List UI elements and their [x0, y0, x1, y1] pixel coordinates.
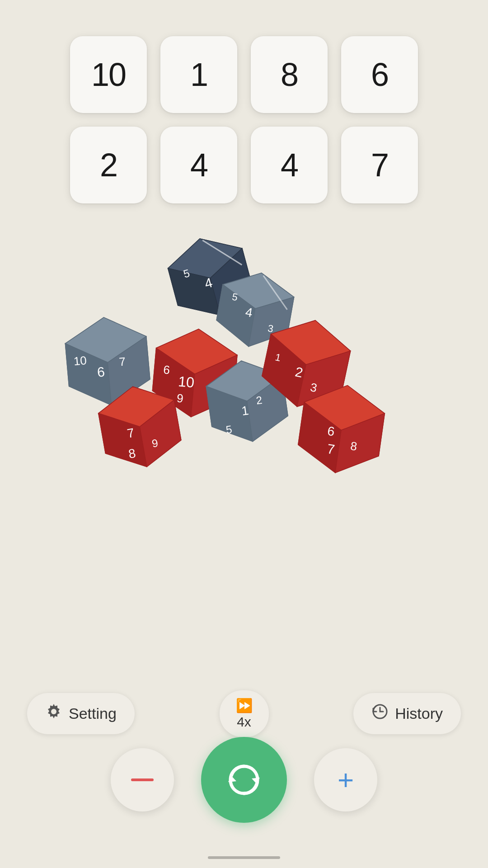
results-grid: 10 1 8 6 2 4 4 7	[27, 36, 461, 203]
minus-icon	[131, 778, 154, 781]
fast-forward-icon: ⏩	[236, 698, 253, 713]
svg-text:10: 10	[178, 373, 195, 391]
history-icon	[371, 703, 389, 724]
setting-label: Setting	[69, 705, 117, 722]
setting-button[interactable]: Setting	[27, 693, 135, 734]
reload-icon	[224, 760, 264, 800]
svg-text:6: 6	[163, 363, 170, 377]
result-tile-r1c1: 10	[70, 36, 147, 113]
svg-text:7: 7	[118, 354, 126, 368]
roll-button[interactable]	[201, 737, 287, 823]
dice-visualization: 4 5 3 4 5 3 6 7 10	[36, 235, 452, 488]
results-row-1: 10 1 8 6	[27, 36, 461, 113]
result-tile-r1c2: 1	[160, 36, 237, 113]
history-label: History	[395, 705, 443, 722]
result-tile-r1c3: 8	[251, 36, 328, 113]
bottom-toolbar: Setting ⏩ 4x History	[0, 690, 488, 737]
result-tile-r2c3: 4	[251, 127, 328, 203]
results-row-2: 2 4 4 7	[27, 127, 461, 203]
result-tile-r1c4: 6	[341, 36, 418, 113]
svg-point-59	[51, 709, 56, 714]
dice-area: 4 5 3 4 5 3 6 7 10	[36, 235, 452, 488]
home-indicator	[208, 856, 280, 859]
plus-button[interactable]: +	[314, 748, 377, 811]
result-tile-r2c2: 4	[160, 127, 237, 203]
plus-icon: +	[338, 766, 354, 794]
action-row: +	[0, 737, 488, 823]
minus-button[interactable]	[111, 748, 174, 811]
result-tile-r2c4: 7	[341, 127, 418, 203]
history-button[interactable]: History	[353, 693, 461, 734]
svg-text:10: 10	[73, 354, 87, 368]
gear-icon	[45, 703, 62, 724]
svg-text:9: 9	[176, 391, 184, 405]
svg-text:6: 6	[97, 364, 106, 379]
speed-value: 4x	[237, 714, 251, 730]
speed-button[interactable]: ⏩ 4x	[220, 690, 269, 737]
result-tile-r2c1: 2	[70, 127, 147, 203]
